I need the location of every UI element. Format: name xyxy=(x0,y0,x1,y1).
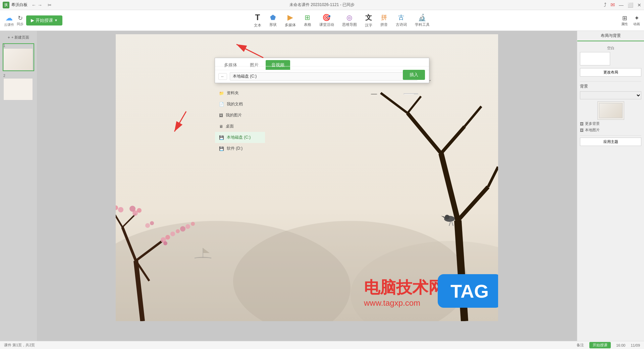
svg-line-8 xyxy=(122,214,136,227)
restore-btn[interactable]: ⬜ xyxy=(628,2,633,8)
comment-btn[interactable]: 备注 xyxy=(577,343,584,348)
cloud-btn[interactable]: ☁ 云课件 xyxy=(4,14,14,27)
tool-hanzi[interactable]: 文 汉字 xyxy=(365,13,372,28)
canvas-area[interactable]: 〜 〜 〜 xyxy=(37,31,577,349)
tool-poem[interactable]: 古 古诗词 xyxy=(396,13,407,27)
svg-point-35 xyxy=(445,215,449,219)
dialog-footer: 插入 xyxy=(215,66,429,83)
start-class-btn[interactable]: ▶ 开始授课 ▼ xyxy=(26,15,62,26)
svg-point-18 xyxy=(145,223,150,228)
slide-page: 〜 〜 〜 xyxy=(116,34,498,321)
svg-marker-40 xyxy=(203,248,210,253)
svg-line-32 xyxy=(465,106,481,127)
svg-line-7 xyxy=(116,210,122,227)
drive-c-icon-sidebar: 💾 xyxy=(219,135,224,140)
slide-thumb-1[interactable]: 1 xyxy=(3,43,34,71)
image-icon: 🖼 xyxy=(580,122,584,126)
app-name: 希沃白板 xyxy=(11,2,28,8)
watermark-site: 电脑技术网 xyxy=(364,277,444,298)
file-item-chemdraw[interactable]: 📋 ChemDraw xyxy=(396,91,426,94)
svg-line-26 xyxy=(441,153,458,220)
layout-grid xyxy=(580,52,641,65)
tool-mindmap[interactable]: ◎ 思维导图 xyxy=(342,13,357,27)
sidebar-item-folder[interactable]: 📁 资料夹 xyxy=(215,88,265,99)
sidebar-item-pictures[interactable]: 🖼 我的图片 xyxy=(215,110,265,121)
sidebar-item-drive-d[interactable]: 💾 软件 (D:) xyxy=(215,143,265,154)
nav-fwd-btn[interactable]: → xyxy=(38,2,42,8)
tool-subject[interactable]: 🔬 学科工具 xyxy=(415,13,430,27)
svg-line-5 xyxy=(136,241,163,261)
sync-btn[interactable]: ↻ 同步 xyxy=(17,14,23,27)
nav-back-btn[interactable]: ← xyxy=(32,2,36,8)
more-bg-btn[interactable]: 🖼 更多背景 xyxy=(580,121,641,126)
watermark-url: www.tagxp.com xyxy=(364,298,444,308)
svg-point-20 xyxy=(170,232,175,236)
svg-point-10 xyxy=(116,205,118,210)
tool-text[interactable]: T 文本 xyxy=(254,13,261,28)
dialog-content: AppStore AsusMCenterDownload xyxy=(265,88,429,94)
slides-panel: + + 新建页面 1 2 xyxy=(0,31,37,349)
file-item-appstore[interactable]: AppStore xyxy=(269,91,298,94)
minimize-btn[interactable]: — xyxy=(619,2,624,8)
file-item-autodesk[interactable]: Autodesk xyxy=(332,91,362,94)
toolbar: ☁ 云课件 ↻ 同步 ▶ 开始授课 ▼ T 文本 ⬟ 形状 ▶ 多媒体 ⊞ 表格 xyxy=(0,10,644,31)
sidebar-item-local-c[interactable]: 💾 本地磁盘 (C:) xyxy=(215,132,265,143)
animation-btn[interactable]: ✦ 动画 xyxy=(633,14,640,27)
svg-point-14 xyxy=(129,206,136,212)
add-page-btn[interactable]: + + 新建页面 xyxy=(3,34,34,41)
apply-theme-btn[interactable]: 应用主题 xyxy=(580,138,641,146)
insert-btn[interactable]: 插入 xyxy=(403,70,425,80)
right-panel: 布局与背景 空白 更改布局 背景 🖼 更多背景 🖼 本地图片 xyxy=(577,31,644,349)
svg-point-24 xyxy=(191,222,195,226)
svg-line-38 xyxy=(452,222,453,226)
svg-point-9 xyxy=(118,207,123,212)
dropdown-arrow-icon: ▼ xyxy=(54,18,58,22)
tool-shape[interactable]: ⬟ 形状 xyxy=(269,13,277,27)
tool-media[interactable]: ▶ 多媒体 xyxy=(285,13,296,28)
sidebar-item-desktop[interactable]: 🖥 桌面 xyxy=(215,121,265,132)
tool-table[interactable]: ⊞ 表格 xyxy=(304,13,311,27)
folder-icon-sidebar: 📁 xyxy=(219,91,224,96)
svg-point-23 xyxy=(185,224,190,229)
status-date: 11/09 xyxy=(631,343,640,347)
docs-icon-sidebar: 📄 xyxy=(219,102,224,107)
close-btn[interactable]: ✕ xyxy=(637,2,641,8)
message-icon[interactable]: ✉ xyxy=(610,2,615,8)
bg-section-title: 背景 xyxy=(580,84,641,89)
tool-activity[interactable]: 🎯 课堂活动 xyxy=(319,13,334,27)
svg-point-22 xyxy=(180,226,185,232)
drive-d-icon-sidebar: 💾 xyxy=(219,146,224,151)
svg-point-17 xyxy=(163,241,167,245)
svg-point-19 xyxy=(150,221,154,225)
tool-pinyin[interactable]: 拼 拼音 xyxy=(380,13,388,27)
file-dialog: 多媒体 图片 音视频 ← 本地磁盘 (C:) ⋮ 📁 资料夹 xyxy=(215,58,429,83)
file-item-chem3d[interactable]: Chem3D xyxy=(365,91,394,94)
start-class-status-btn[interactable]: 开始授课 xyxy=(589,342,611,348)
change-layout-btn[interactable]: 更改布局 xyxy=(580,68,641,77)
local-img-btn[interactable]: 🖼 本地图片 xyxy=(580,128,641,133)
statusbar: 课件 第1页，共2页 备注 开始授课 16:00 11/09 xyxy=(0,341,644,349)
layout-blank[interactable] xyxy=(580,52,610,65)
svg-line-29 xyxy=(458,187,488,220)
titlebar: 沃 希沃白板 ← → ✂ 未命名课件 20231026-1121 - 已同步 ⤴… xyxy=(0,0,644,10)
files-grid: AppStore AsusMCenterDownload xyxy=(269,91,426,94)
svg-line-27 xyxy=(408,113,441,153)
sidebar-item-docs[interactable]: 📄 我的文档 xyxy=(215,99,265,110)
file-item-asus[interactable]: AsusMCenterDownload xyxy=(301,91,330,94)
pictures-icon-sidebar: 🖼 xyxy=(219,113,223,118)
tag-badge: TAG xyxy=(438,274,498,308)
svg-line-4 xyxy=(122,227,136,261)
svg-line-31 xyxy=(408,96,421,113)
svg-line-33 xyxy=(488,167,498,187)
svg-point-13 xyxy=(137,208,142,213)
right-tabs: 布局与背景 xyxy=(577,31,644,42)
svg-point-16 xyxy=(165,235,170,240)
desktop-icon-sidebar: 🖥 xyxy=(219,124,223,129)
share-icon[interactable]: ⤴ xyxy=(604,2,606,8)
bg-select[interactable] xyxy=(580,91,641,99)
properties-btn[interactable]: ⊞ 属性 xyxy=(621,14,628,27)
bg-preview xyxy=(597,101,624,120)
tab-layout-bg[interactable]: 布局与背景 xyxy=(577,31,644,41)
document-title: 未命名课件 20231026-1121 - 已同步 xyxy=(289,2,355,7)
slide-thumb-2[interactable]: 2 xyxy=(3,73,34,101)
